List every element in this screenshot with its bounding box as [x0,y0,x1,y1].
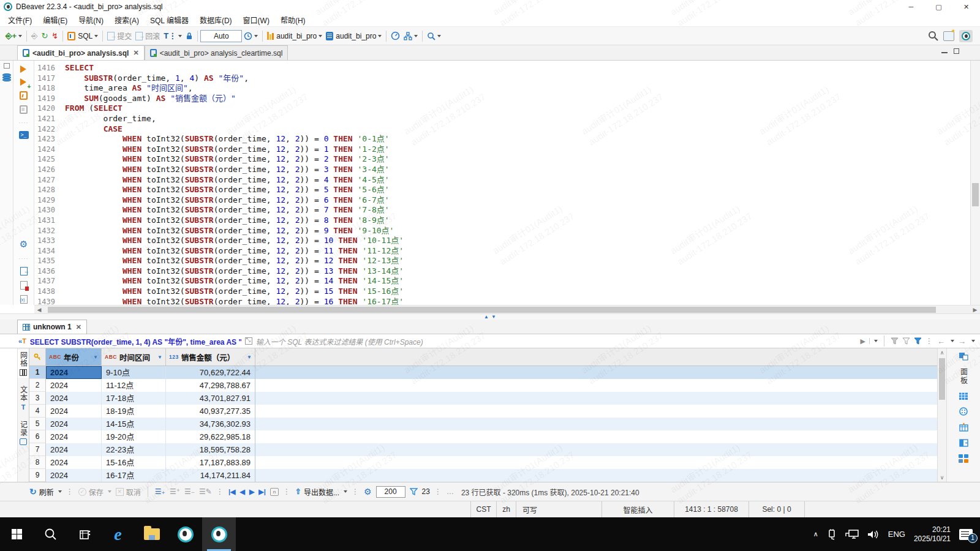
table-cell[interactable]: 2024 [46,418,102,430]
input-language[interactable]: ENG [888,530,905,539]
results-view-tab-3[interactable]: 记录 [18,419,29,447]
results-tab-unknown1[interactable]: unknown 1 ✕ [17,320,87,334]
menu-item[interactable]: 文件(F) [2,13,37,26]
table-cell[interactable]: 2024 [46,405,102,418]
code-line[interactable]: 1432 WHEN toInt32(SUBSTR(order_time, 12,… [34,226,970,236]
dbeaver-taskbar-button-active[interactable] [202,517,236,551]
code-line[interactable]: 1422 CASE [34,124,970,135]
table-cell[interactable]: 2024 [46,443,102,456]
code-line[interactable]: 1438 WHEN toInt32(SUBSTR(order_time, 12,… [34,287,970,297]
table-cell[interactable]: 14,174,211.84 [166,469,255,482]
menu-item[interactable]: 窗口(W) [238,13,275,26]
row-number[interactable]: 5 [29,418,46,430]
code-line[interactable]: 1420FROM (SELECT [34,103,970,114]
code-line[interactable]: 1417 SUBSTR(order_time, 1, 4) AS "年份", [34,73,970,84]
table-cell[interactable]: 15-16点 [102,456,166,469]
sql-editor-button[interactable]: SQL [66,29,100,43]
table-cell[interactable]: 14-15点 [102,418,166,430]
code-line[interactable]: 1429 WHEN toInt32(SUBSTR(order_time, 12,… [34,195,970,206]
collapse-up-icon[interactable]: ▲ [484,315,489,320]
row-number[interactable]: 6 [29,430,46,443]
table-cell[interactable]: 2024 [46,392,102,405]
sort-dropdown-icon[interactable]: ▼ [93,354,98,360]
table-row[interactable]: 6202419-20点29,622,985.18 [29,430,937,443]
scrollbar-thumb[interactable] [48,307,936,313]
export-script-icon[interactable] [20,267,28,276]
clear-filter-icon[interactable] [891,337,899,345]
restore-panel-icon[interactable] [4,63,10,69]
code-line[interactable]: 1430 WHEN toInt32(SUBSTR(order_time, 12,… [34,205,970,216]
table-cell[interactable]: 29,622,985.18 [166,430,255,443]
nav-forward-icon[interactable]: → [958,337,966,346]
table-row[interactable]: 8202415-16点17,187,883.89 [29,456,937,469]
refresh-button[interactable]: ↻刷新 [29,487,62,497]
gear-icon[interactable]: ⚙ [20,239,28,250]
code-line[interactable]: 1419 SUM(goods_amt) AS "销售金额（元）" [34,94,970,104]
active-connection-select[interactable]: audit_bi_pro [265,29,324,43]
database-navigator-icon[interactable] [2,73,11,81]
commit-mode-select[interactable]: Auto [200,30,242,42]
table-row[interactable]: 5202414-15点34,736,302.93 [29,418,937,430]
file-explorer-button[interactable] [135,517,168,551]
table-row[interactable]: 9202416-17点14,174,211.84 [29,469,937,482]
row-number[interactable]: 1 [29,366,46,379]
code-line[interactable]: 1416SELECT [34,63,970,73]
menu-item[interactable]: 数据库(D) [194,13,238,26]
minimize-button[interactable]: ─ [897,0,925,13]
scrollbar-thumb[interactable] [939,358,945,400]
code-line[interactable]: 1426 WHEN toInt32(SUBSTR(order_time, 12,… [34,165,970,175]
table-cell[interactable]: 18-19点 [102,405,166,418]
table-cell[interactable]: 17,187,883.89 [166,456,255,469]
commit-button[interactable]: 提交 [105,29,134,43]
editor-results-splitter[interactable]: ▲▼ [0,313,980,320]
results-vertical-scrollbar[interactable]: ∧ ∨ [937,348,946,482]
clock[interactable]: 20:21 2025/10/21 [914,525,951,544]
minimize-pane-icon[interactable] [941,48,948,53]
network-icon[interactable] [845,530,859,539]
table-cell[interactable]: 2024 [46,469,102,482]
expand-filter-icon[interactable] [245,337,252,345]
row-number[interactable]: 3 [29,392,46,405]
table-row[interactable]: 120249-10点70,629,722.44 [29,366,937,379]
transaction-lock-button[interactable] [184,29,195,43]
table-cell[interactable]: 34,736,302.93 [166,418,255,430]
filter-query-text[interactable]: SELECT SUBSTR(order_time, 1, 4) AS "年份",… [30,336,241,347]
table-row[interactable]: 2202411-12点47,298,788.67 [29,379,937,392]
new-connection-button[interactable]: ⎆+ [4,29,24,43]
search-button[interactable] [425,29,443,43]
tab-analysis-cleartime-sql[interactable]: <audit_bi_pro> analysis_cleartime.sql [145,45,288,60]
menu-item[interactable]: 帮助(H) [275,13,311,26]
scroll-left-icon[interactable]: ◀ [34,307,44,313]
code-line[interactable]: 1439 WHEN toInt32(SUBSTR(order_time, 12,… [34,297,970,305]
table-row[interactable]: 4202418-19点40,937,277.35 [29,405,937,418]
code-line[interactable]: 1435 WHEN toInt32(SUBSTR(order_time, 12,… [34,256,970,266]
dbeaver-taskbar-button[interactable] [168,517,202,551]
execute-new-tab-icon[interactable] [20,78,30,86]
overflow-icon[interactable]: … [447,487,454,496]
save-filter-icon[interactable] [914,337,922,345]
taskbar-search-button[interactable] [34,517,67,551]
reconnect-button[interactable]: ↻ [39,29,50,43]
prev-page-icon[interactable]: ◀ [239,488,244,496]
first-page-icon[interactable]: |◀ [228,488,236,496]
results-view-tab-1[interactable]: 网格 [18,350,29,378]
internet-explorer-button[interactable]: e [101,517,135,551]
code-line[interactable]: 1427 WHEN toInt32(SUBSTR(order_time, 12,… [34,175,970,186]
menu-item[interactable]: SQL 编辑器 [145,13,194,26]
save-button[interactable]: ✓保存 [78,487,111,497]
code-line[interactable]: 1418 time_area AS "时间区间", [34,83,970,94]
table-cell[interactable]: 70,629,722.44 [166,366,255,379]
row-number[interactable]: 4 [29,405,46,418]
row-number[interactable]: 8 [29,456,46,469]
column-header-1[interactable]: ABC年份▼ [46,348,102,365]
menu-item[interactable]: 编辑(E) [37,13,73,26]
editor-vertical-scrollbar[interactable] [970,61,980,305]
code-line[interactable]: 1434 WHEN toInt32(SUBSTR(order_time, 12,… [34,246,970,257]
table-cell[interactable]: 11-12点 [102,379,166,392]
usb-icon[interactable] [827,529,837,540]
calc-panel-icon[interactable] [959,407,968,416]
transaction-mode-button[interactable]: T⋮ [162,29,184,43]
scroll-up-icon[interactable]: ∧ [938,350,946,356]
aggregate-panel-icon[interactable] [959,454,968,463]
terminal-icon[interactable]: >_ [19,131,29,139]
